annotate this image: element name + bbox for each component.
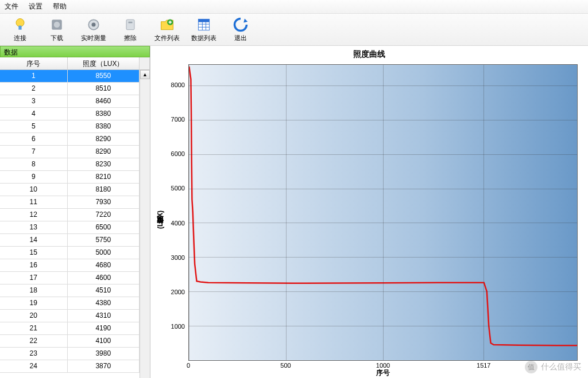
watermark: 值 什么值得买 [525,361,581,373]
table-row[interactable]: 88230 [0,158,140,171]
download-label: 下载 [51,34,63,42]
svg-rect-1 [18,26,21,30]
cell-value: 5750 [68,234,140,246]
erase-label: 擦除 [124,34,137,42]
cell-index: 19 [0,297,68,309]
cell-index: 1 [0,70,68,82]
erase-button[interactable]: 擦除 [114,17,147,42]
y-axis-ticks: 10002000300040005000600070008000 [165,61,188,378]
cell-index: 18 [0,285,68,297]
cell-value: 7220 [68,209,140,221]
table-row[interactable]: 78290 [0,146,140,158]
datalist-label: 数据列表 [191,34,216,42]
table-row[interactable]: 98210 [0,171,140,184]
cell-value: 3980 [68,348,140,360]
table-row[interactable]: 18550 [0,70,140,83]
cell-value: 3870 [68,360,140,372]
table-row[interactable]: 224100 [0,335,140,348]
cell-value: 8460 [68,95,140,107]
table-row[interactable]: 194380 [0,297,140,310]
datalist-button[interactable]: 数据列表 [187,17,220,42]
svg-point-3 [54,22,60,28]
panel-title: 数据 [0,46,150,57]
cell-index: 13 [0,221,68,233]
cell-value: 4190 [68,322,140,334]
x-axis-label: 序号 [188,368,578,378]
exit-label: 退出 [234,34,247,42]
filelist-button[interactable]: 文件列表 [150,17,184,42]
cell-value: 8230 [68,158,140,170]
scroll-up-icon[interactable]: ▲ [140,70,150,79]
cell-value: 4310 [68,310,140,322]
table-row[interactable]: 214190 [0,322,140,335]
erase-icon [122,17,138,33]
table-row[interactable]: 38460 [0,95,140,108]
table-row[interactable]: 136500 [0,221,140,234]
svg-rect-7 [129,22,133,24]
cell-value: 5000 [68,247,140,259]
table-row[interactable]: 243870 [0,360,140,373]
table-row[interactable]: 204310 [0,310,140,322]
cell-index: 5 [0,120,68,133]
cell-value: 6500 [68,221,140,233]
table-row[interactable]: 164680 [0,259,140,272]
cell-value: 8210 [68,171,140,183]
table-row[interactable]: 184510 [0,285,140,297]
y-axis-label: 照度值(LUX) [155,61,165,378]
cell-value: 8510 [68,83,140,95]
cell-index: 11 [0,196,68,208]
cell-value: 4680 [68,259,140,271]
toolbar: 连接下载实时测量擦除文件列表数据列表退出 [0,14,588,46]
cell-value: 8380 [68,120,140,133]
cell-index: 8 [0,158,68,170]
table-row[interactable]: 233980 [0,348,140,360]
cell-index: 2 [0,83,68,95]
cell-index: 12 [0,209,68,221]
menu-bar: 文件 设置 帮助 [0,0,588,14]
table-row[interactable]: 108180 [0,184,140,196]
cell-value: 8180 [68,184,140,196]
chart-title: 照度曲线 [155,49,583,61]
table-row[interactable]: 145750 [0,234,140,247]
svg-point-0 [16,19,24,27]
table-row[interactable]: 127220 [0,209,140,221]
cell-value: 4600 [68,272,140,284]
cell-index: 7 [0,146,68,158]
menu-file[interactable]: 文件 [5,2,18,11]
cell-index: 16 [0,259,68,271]
cell-value: 4380 [68,297,140,309]
realtime-label: 实时测量 [81,34,106,42]
svg-point-5 [92,23,96,27]
download-button[interactable]: 下载 [40,17,74,42]
datalist-icon [196,17,212,33]
scrollbar[interactable]: ▲ [140,70,150,378]
table-row[interactable]: 155000 [0,247,140,259]
cell-index: 4 [0,108,68,120]
connect-icon [12,17,28,33]
filelist-icon [159,17,175,33]
menu-help[interactable]: 帮助 [53,2,67,11]
connect-button[interactable]: 连接 [3,17,37,42]
realtime-button[interactable]: 实时测量 [77,17,110,42]
table-row[interactable]: 58380 [0,120,140,133]
cell-value: 8550 [68,70,140,82]
watermark-badge-icon: 值 [525,361,537,373]
menu-settings[interactable]: 设置 [29,2,42,11]
table-row[interactable]: 174600 [0,272,140,285]
cell-index: 20 [0,310,68,322]
table-header-value[interactable]: 照度（LUX） [68,57,140,69]
cell-index: 17 [0,272,68,284]
exit-button[interactable]: 退出 [224,17,257,42]
cell-value: 4510 [68,285,140,297]
table-row[interactable]: 117930 [0,196,140,209]
connect-label: 连接 [14,34,26,42]
table-header-index[interactable]: 序号 [0,57,68,69]
cell-value: 7930 [68,196,140,208]
chart-plot: 050010001517 序号 [188,61,583,378]
cell-index: 10 [0,184,68,196]
cell-index: 24 [0,360,68,372]
table-row[interactable]: 28510 [0,83,140,95]
table-header: 序号 照度（LUX） [0,57,150,70]
table-row[interactable]: 48380 [0,108,140,120]
table-row[interactable]: 68290 [0,133,140,146]
